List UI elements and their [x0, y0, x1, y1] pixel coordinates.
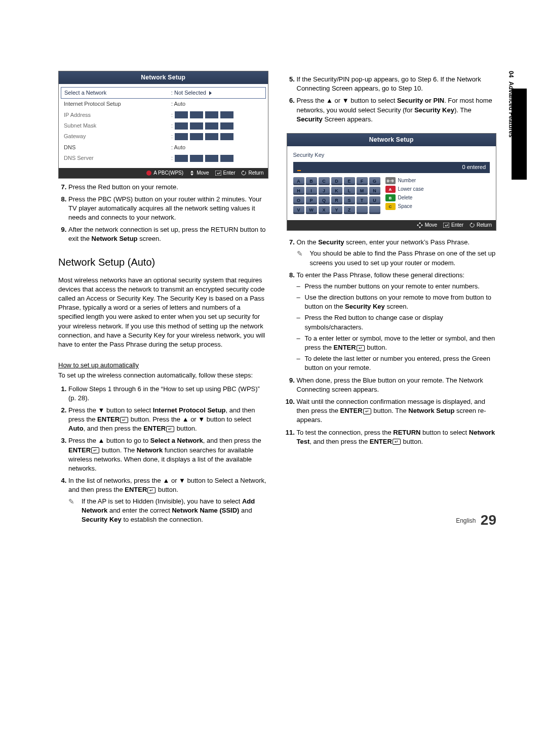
keyboard-key[interactable]: K	[331, 187, 342, 195]
svg-rect-8	[443, 223, 449, 228]
auto-intro-text: Most wireless networks have an optional …	[58, 276, 268, 350]
osd-row-value: : Not Selected	[171, 89, 262, 97]
right-column: If the Security/PIN pop-up appears, go t…	[287, 71, 497, 533]
note: If the AP is set to Hidden (Invisible), …	[68, 497, 268, 525]
keyboard-key[interactable]: P	[306, 196, 317, 204]
keyboard-key[interactable]: G	[369, 177, 380, 185]
steps-7-11: On the Security screen, enter your netwo…	[287, 238, 497, 446]
a-tag-icon: A	[385, 186, 396, 193]
step-item: Press the ▲ or ▼ button to select Securi…	[297, 96, 497, 124]
step-item: Press the Red button on your remote.	[68, 183, 268, 192]
howto-lead: To set up the wireless connection automa…	[58, 371, 268, 380]
step-item: On the Security screen, enter your netwo…	[297, 238, 497, 268]
ip-segment	[220, 122, 233, 130]
page-footer: English 29	[456, 512, 496, 528]
svg-marker-1	[190, 174, 193, 176]
keyboard-key[interactable]: J	[319, 187, 330, 195]
keyboard-key[interactable]: D	[331, 177, 342, 185]
keyboard-key[interactable]: T	[357, 196, 368, 204]
keyboard-key[interactable]: H	[293, 187, 304, 195]
security-key-field[interactable]: 0 entered	[293, 162, 490, 173]
keyboard-key[interactable]: U	[369, 196, 380, 204]
keyboard-key[interactable]: Y	[331, 206, 342, 214]
osd-title: Network Setup	[59, 71, 268, 84]
keyboard-key[interactable]: O	[293, 196, 304, 204]
b-tag-icon: B	[385, 194, 396, 201]
page-number: 29	[481, 512, 496, 528]
keyboard-key[interactable]: B	[306, 177, 317, 185]
steps-7-9: Press the Red button on your remote.Pres…	[58, 183, 268, 244]
footer-enter: Enter	[215, 170, 236, 177]
keyboard-key[interactable]: X	[319, 206, 330, 214]
ip-segment	[175, 133, 188, 140]
sub-item: Press the number buttons on your remote …	[297, 282, 497, 291]
enter-icon	[166, 426, 174, 432]
osd-row: Internet Protocol Setup: Auto	[64, 99, 263, 109]
keyboard-key[interactable]: V	[293, 206, 304, 214]
keyboard-key[interactable]: R	[331, 196, 342, 204]
howto-heading: How to set up automatically	[58, 361, 139, 370]
ip-segment	[190, 122, 203, 130]
sub-item: Press the Red button to change case or d…	[297, 313, 497, 331]
ip-segment	[190, 155, 203, 162]
cursor-icon	[297, 170, 301, 171]
ip-segment	[205, 111, 218, 118]
steps-5-6: If the Security/PIN pop-up appears, go t…	[287, 75, 497, 124]
osd-row[interactable]: Select a Network: Not Selected	[61, 87, 266, 99]
osd-row-value: : Auto	[171, 100, 263, 108]
svg-marker-6	[417, 224, 418, 226]
keyboard-key[interactable]: Z	[344, 206, 355, 214]
step-item: After the network connection is set up, …	[68, 225, 268, 243]
enter-icon	[120, 417, 128, 423]
legend-number: Number	[398, 177, 416, 184]
keyboard-key[interactable]: F	[357, 177, 368, 185]
entered-count: 0 entered	[462, 163, 486, 171]
osd-row-label: DNS	[64, 144, 171, 151]
c-tag-icon: C	[385, 203, 396, 210]
enter-icon	[393, 439, 401, 445]
keyboard-key[interactable]: E	[344, 177, 355, 185]
keyboard-key[interactable]: L	[344, 187, 355, 195]
osd-title: Network Setup	[287, 134, 496, 146]
footer-pbc: A PBC(WPS)	[146, 170, 183, 177]
section-heading: Network Setup (Auto)	[58, 255, 268, 269]
keyboard-key[interactable]: C	[319, 177, 330, 185]
legend-space: Space	[398, 203, 412, 210]
keyboard-key[interactable]: Q	[319, 196, 330, 204]
svg-marker-4	[419, 222, 421, 224]
osd-row-value: :	[171, 122, 263, 130]
osd-row: IP Address:	[64, 110, 263, 120]
ip-segment	[175, 155, 188, 162]
keyboard-key[interactable]: N	[369, 187, 380, 195]
a-button-icon	[146, 171, 151, 176]
keyboard-key[interactable]: I	[306, 187, 317, 195]
enter-icon	[147, 487, 155, 493]
osd-row: DNS: Auto	[64, 142, 263, 153]
chapter-number: 04	[507, 71, 515, 77]
keyboard-grid: ABCDEFGHIJKLMNOPQRSTUVWXYZ	[293, 177, 380, 214]
ip-segment	[190, 133, 203, 140]
footer-enter: Enter	[443, 222, 463, 229]
step-item: When done, press the Blue button on your…	[297, 376, 497, 394]
move-4way-icon	[417, 222, 423, 228]
sub-item: To a enter letter or symbol, move to the…	[297, 334, 497, 352]
keyboard-key[interactable]: M	[357, 187, 368, 195]
enter-icon	[91, 447, 99, 453]
keyboard-key[interactable]: W	[306, 206, 317, 214]
side-tab-bar	[512, 89, 527, 180]
ip-segment	[175, 111, 188, 118]
keyboard-legend: 0~9Number ALower case BDelete CSpace	[385, 177, 424, 214]
step-item: Press the ▼ button to select Internet Pr…	[68, 406, 268, 434]
osd-row-value: : Auto	[171, 144, 263, 151]
svg-rect-2	[215, 171, 221, 176]
osd-footer: Move Enter Return	[287, 220, 496, 230]
ip-segment	[205, 133, 218, 140]
ip-segment	[205, 155, 218, 162]
osd-row: Subnet Mask:	[64, 120, 263, 131]
keyboard-key[interactable]: S	[344, 196, 355, 204]
osd-row-value: :	[171, 154, 263, 162]
ip-segment	[220, 155, 233, 162]
security-key-label: Security Key	[293, 151, 490, 159]
step-item: Press the PBC (WPS) button on your route…	[68, 195, 268, 223]
keyboard-key[interactable]: A	[293, 177, 304, 185]
